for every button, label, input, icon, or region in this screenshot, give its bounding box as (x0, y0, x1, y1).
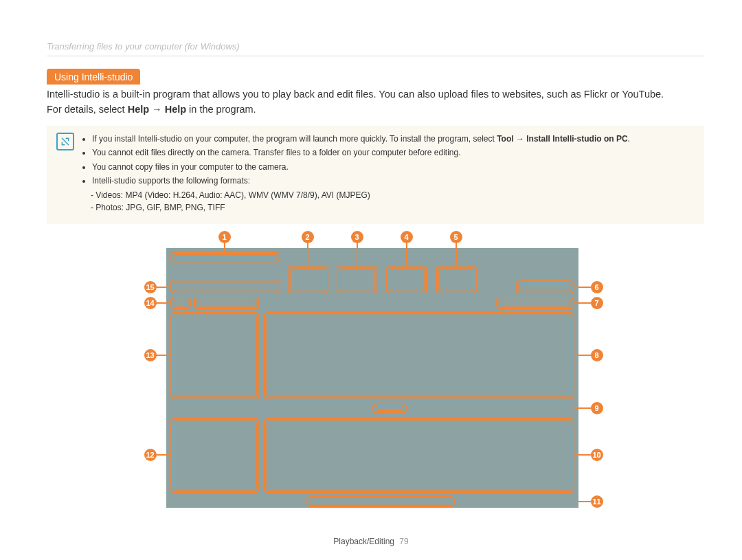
note-item-1: If you install Intelli-studio on your co… (92, 133, 695, 146)
callout-4: 4 (401, 231, 413, 243)
region-slider (372, 403, 407, 414)
callout-11: 11 (591, 495, 603, 508)
region-toolbar-4 (436, 265, 477, 294)
note-1-post: . (628, 134, 630, 144)
callout-9: 9 (591, 402, 603, 414)
lead-8 (574, 355, 591, 356)
section-title: Using Intelli-studio (47, 69, 140, 85)
callout-14: 14 (144, 297, 157, 309)
callout-1: 1 (218, 231, 231, 243)
note-1-pre: If you install Intelli-studio on your co… (92, 134, 497, 144)
lead-13 (155, 355, 170, 356)
footer-page: 79 (399, 537, 408, 546)
callout-6: 6 (591, 281, 603, 293)
intro-paragraph: Intelli-studio is a built-in program tha… (47, 87, 704, 117)
region-main-panel-bot (264, 418, 574, 493)
callout-3: 3 (351, 231, 363, 243)
callout-15: 15 (144, 281, 157, 293)
callout-5: 5 (450, 231, 462, 243)
page-footer: Playback/Editing 79 (0, 537, 742, 546)
intro-arrow: → (149, 104, 165, 115)
callout-8: 8 (591, 349, 603, 361)
region-menu-bar (170, 251, 280, 262)
region-tab-b (194, 297, 260, 309)
note-box: If you install Intelli-studio on your co… (47, 126, 704, 225)
callout-2: 2 (302, 231, 314, 243)
lead-12 (155, 454, 170, 456)
region-right-status (515, 280, 574, 294)
lead-11 (574, 501, 591, 502)
region-tab-a (170, 297, 191, 309)
lead-7 (574, 302, 591, 304)
lead-14 (155, 302, 170, 304)
intro-help-1: Help (128, 104, 149, 115)
intro-line-1: Intelli-studio is a built-in program tha… (47, 89, 664, 100)
region-main-panel-top (264, 312, 574, 400)
region-left-panel-bot (170, 418, 260, 493)
lead-6 (574, 287, 591, 288)
note-icon (56, 133, 74, 150)
intro-help-2: Help (165, 104, 186, 115)
callout-10: 10 (591, 449, 603, 461)
callout-12: 12 (144, 449, 157, 461)
region-footer-bar (306, 496, 455, 507)
callout-13: 13 (144, 349, 157, 361)
region-title-area (170, 279, 280, 294)
lead-15 (155, 287, 170, 288)
region-toolbar-3 (386, 265, 427, 294)
note-sub-1: - Videos: MP4 (Video: H.264, Audio: AAC)… (82, 189, 695, 202)
intro-line-2-post: in the program. (186, 104, 256, 115)
region-view-options (496, 297, 574, 309)
region-toolbar-1 (287, 265, 328, 294)
region-left-panel-top (170, 312, 260, 400)
region-toolbar-2 (337, 265, 378, 294)
intro-line-2-pre: For details, select (47, 104, 128, 115)
note-item-3: You cannot copy files in your computer t… (92, 161, 695, 174)
note-item-2: You cannot edit files directly on the ca… (92, 146, 695, 159)
page-header: Transferring files to your computer (for… (47, 41, 704, 52)
note-sub-2: - Photos: JPG, GIF, BMP, PNG, TIFF (82, 201, 695, 214)
lead-9 (574, 407, 591, 409)
note-1-bold: Tool → Install Intelli-studio on PC (497, 134, 627, 144)
ui-diagram: 1 2 3 4 5 6 7 8 9 10 11 12 13 14 15 (166, 238, 585, 516)
divider (47, 56, 704, 56)
lead-10 (574, 454, 591, 456)
note-formats-photo: Photos: JPG, GIF, BMP, PNG, TIFF (95, 203, 225, 212)
note-formats-video: Videos: MP4 (Video: H.264, Audio: AAC), … (95, 190, 370, 200)
note-item-4: Intelli-studio supports the following fo… (92, 175, 695, 188)
callout-7: 7 (591, 297, 603, 309)
footer-section: Playback/Editing (333, 537, 394, 546)
